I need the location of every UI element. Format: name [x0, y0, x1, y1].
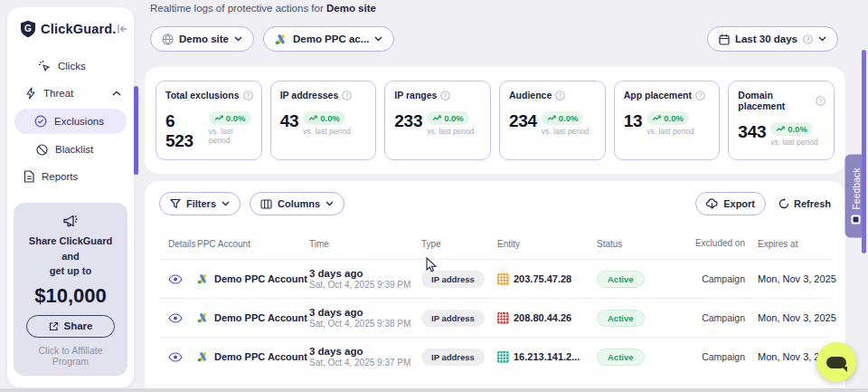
table-row[interactable]: Demo PPC Account 3 days ago Sat, Oct 4, …	[159, 337, 831, 376]
page-subtitle: Realtime logs of protective actions for …	[150, 3, 376, 14]
logo-text: ClickGuard.	[41, 22, 117, 36]
sidebar-item-exclusions[interactable]: Exclusions	[14, 109, 127, 134]
sidebar-item-label: Threat	[43, 88, 112, 99]
chevron-down-icon	[234, 36, 242, 42]
info-circle-icon[interactable]: ?	[342, 91, 352, 100]
info-circle-icon[interactable]: ?	[243, 91, 253, 100]
sidebar-item-label: Clicks	[58, 61, 86, 72]
promo-footer: Click to Affiliate Program	[21, 345, 120, 367]
expires-at-value: Mon, Nov 3, 2025	[758, 273, 836, 284]
col-header-time[interactable]: Time	[309, 239, 421, 249]
funnel-icon	[170, 198, 181, 209]
google-ads-icon	[275, 33, 288, 45]
col-header-status[interactable]: Status	[597, 239, 682, 249]
col-header-ppc[interactable]: PPC Account	[197, 239, 309, 249]
col-header-type[interactable]: Type	[421, 239, 497, 249]
stat-sub: vs. last period	[209, 127, 253, 145]
threat-icon	[25, 87, 36, 100]
external-link-icon	[49, 321, 59, 331]
affiliate-promo-card[interactable]: Share ClickGuard andget up to $10,000 Sh…	[14, 203, 127, 376]
col-header-details[interactable]: Details	[159, 239, 197, 249]
sidebar-item-label: Reports	[42, 171, 78, 182]
stat-card-app-placement: App placement? 13 0.0% vs. last period	[614, 81, 721, 160]
stat-value: 233	[394, 111, 422, 131]
col-header-entity[interactable]: Entity	[497, 239, 597, 249]
stat-label: Domain placement	[738, 90, 812, 111]
stat-sub: vs. last period	[770, 138, 817, 147]
page-scrollbar[interactable]	[862, 50, 866, 253]
eye-icon[interactable]	[168, 352, 197, 362]
change-badge: 0.0%	[209, 111, 251, 125]
time-relative: 3 days ago	[309, 346, 421, 357]
svg-text:?: ?	[819, 97, 823, 103]
logo-row: G ClickGuard.	[7, 20, 134, 38]
svg-text:G: G	[24, 24, 32, 33]
date-range-selector[interactable]: Last 30 days ?	[707, 26, 838, 52]
refresh-icon	[778, 198, 789, 209]
status-badge: Active	[597, 271, 645, 288]
stat-card-total-exclusions: Total exclusions? 6 523 0.0% vs. last pe…	[156, 81, 262, 160]
subtitle-site-name: Demo site	[326, 3, 376, 14]
sidebar-collapse-icon[interactable]	[117, 24, 128, 34]
clicks-icon	[38, 60, 51, 72]
chevron-down-icon	[222, 201, 230, 206]
stats-panel: Total exclusions? 6 523 0.0% vs. last pe…	[145, 67, 845, 174]
info-circle-icon[interactable]: ?	[816, 96, 826, 106]
entity-identicon	[497, 273, 509, 285]
filters-button[interactable]: Filters	[159, 192, 241, 215]
stat-value: 43	[280, 111, 299, 131]
promo-text: Share ClickGuard andget up to	[21, 234, 120, 279]
site-selector[interactable]: Demo site	[150, 26, 254, 52]
stat-sub: vs. last period	[303, 127, 350, 136]
chat-launcher-button[interactable]	[816, 342, 856, 382]
refresh-button[interactable]: Refresh	[778, 198, 831, 209]
type-badge: IP address	[421, 271, 485, 288]
excluded-on-value: Campaign	[702, 351, 745, 362]
svg-text:?: ?	[559, 91, 562, 98]
svg-text:?: ?	[246, 91, 250, 98]
change-badge: 0.0%	[542, 111, 584, 125]
status-badge: Active	[597, 310, 645, 327]
share-button[interactable]: Share	[26, 315, 115, 338]
info-circle-icon[interactable]: ?	[440, 91, 450, 100]
entity-value: 203.75.47.28	[514, 273, 571, 284]
stat-label: Total exclusions	[165, 90, 240, 100]
table-toolbar: Filters Columns Export	[159, 192, 831, 215]
table-row[interactable]: Demo PPC Account 3 days ago Sat, Oct 4, …	[159, 259, 831, 298]
time-absolute: Sat, Oct 4, 2025 9:39 PM	[309, 280, 421, 290]
eye-icon[interactable]	[168, 313, 197, 323]
stat-card-audience: Audience? 234 0.0% vs. last period	[499, 81, 606, 160]
change-badge: 0.0%	[646, 111, 689, 125]
info-circle-icon[interactable]: ?	[555, 91, 565, 100]
stat-value: 13	[624, 111, 643, 131]
columns-button[interactable]: Columns	[250, 192, 344, 215]
time-absolute: Sat, Oct 4, 2025 9:38 PM	[309, 319, 421, 329]
ppc-account-name: Demo PPC Account	[214, 351, 307, 362]
sidebar-item-blacklist[interactable]: Blacklist	[7, 138, 134, 161]
stat-value: 343	[738, 122, 766, 142]
eye-icon[interactable]	[168, 274, 197, 284]
info-circle-icon[interactable]: ?	[695, 91, 705, 100]
table-row[interactable]: Demo PPC Account 3 days ago Sat, Oct 4, …	[159, 298, 831, 337]
sidebar-scrollbar[interactable]	[134, 86, 138, 175]
col-header-excluded-on[interactable]: Excluded on	[682, 238, 745, 250]
app-root: G ClickGuard. Clicks Threat	[0, 0, 868, 392]
feedback-icon	[851, 215, 860, 225]
ppc-account-name: Demo PPC Account	[214, 273, 307, 284]
svg-text:?: ?	[444, 91, 448, 98]
logs-table-panel: Filters Columns Export	[145, 181, 845, 392]
change-badge: 0.0%	[770, 122, 813, 136]
sidebar-item-label: Exclusions	[54, 116, 104, 127]
sidebar-item-reports[interactable]: Reports	[7, 165, 134, 188]
sidebar-item-clicks[interactable]: Clicks	[7, 54, 134, 78]
svg-text:?: ?	[345, 91, 349, 98]
table-header-row: Details PPC Account Time Type Entity Sta…	[159, 228, 831, 259]
sidebar-item-threat[interactable]: Threat	[7, 81, 134, 105]
entity-identicon	[497, 351, 509, 363]
col-header-expires-at[interactable]: Expires at	[745, 239, 831, 249]
ppc-account-selector[interactable]: Demo PPC ac...	[263, 26, 394, 52]
export-button[interactable]: Export	[695, 192, 766, 215]
clickguard-logo-icon: G	[20, 20, 36, 38]
logs-table: Details PPC Account Time Type Entity Sta…	[159, 228, 831, 376]
columns-icon	[260, 199, 272, 209]
